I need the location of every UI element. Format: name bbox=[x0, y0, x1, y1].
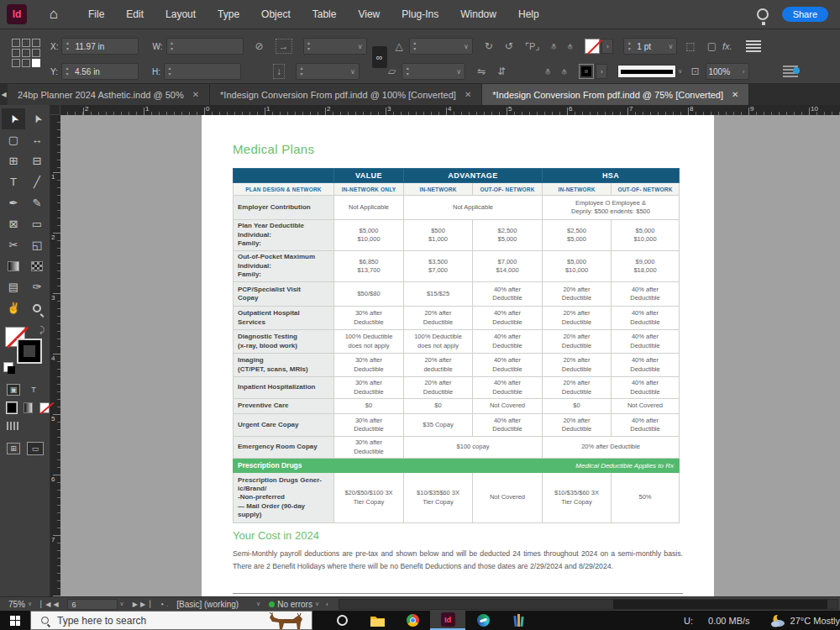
formatting-affects-container-button[interactable]: ▣ bbox=[7, 384, 20, 396]
stroke-weight-field[interactable]: ▴▾1 pt∨ bbox=[623, 38, 677, 55]
share-button[interactable]: Share bbox=[782, 7, 828, 22]
taskbar-search-box[interactable]: Type here to search bbox=[30, 611, 312, 630]
default-fill-stroke-icon[interactable] bbox=[3, 362, 13, 372]
flip-horizontal-icon[interactable]: ⇋ bbox=[477, 66, 486, 77]
quick-actions-icon[interactable] bbox=[783, 66, 798, 77]
rotate-ccw-icon[interactable]: ↺ bbox=[505, 40, 513, 52]
direct-selection-tool[interactable]: ➤ bbox=[25, 108, 49, 129]
pencil-tool[interactable]: ✎ bbox=[25, 192, 49, 213]
scale-y-field[interactable]: ▴▾∨ bbox=[296, 63, 360, 80]
start-button[interactable] bbox=[0, 611, 30, 630]
select-container-icon[interactable]: ⌜P⌟ bbox=[525, 41, 540, 52]
corner-options-icon[interactable]: ⬚ bbox=[685, 40, 695, 52]
type-tool[interactable]: T bbox=[2, 171, 25, 192]
auto-fit-h-icon[interactable]: → bbox=[276, 39, 292, 54]
preflight-icon[interactable]: ◔. bbox=[159, 600, 168, 609]
tab-close-icon[interactable]: ✕ bbox=[465, 90, 471, 99]
selection-tool[interactable]: ➤ bbox=[2, 108, 25, 129]
scissors-tool[interactable]: ✂ bbox=[2, 234, 25, 255]
previous-page-button[interactable]: ◀ bbox=[53, 601, 58, 608]
content-placer-tool[interactable]: ⊟ bbox=[25, 150, 49, 171]
auto-fit-v-icon[interactable]: ↓ bbox=[273, 64, 285, 79]
pen-tool[interactable]: ✒ bbox=[2, 192, 25, 213]
home-icon[interactable]: ⌂ bbox=[45, 6, 62, 23]
document-tab-3[interactable]: *Indesign Conversion From pdf.indd @ 75%… bbox=[482, 84, 749, 105]
line-tool[interactable]: ╱ bbox=[25, 171, 49, 192]
zoom-level-select[interactable]: 75%∨ bbox=[8, 600, 32, 609]
shear-field[interactable]: ▴▾∨ bbox=[402, 63, 465, 80]
stroke-menu-button[interactable]: › bbox=[596, 64, 607, 79]
last-page-button[interactable]: ▶▕ bbox=[140, 601, 150, 608]
preflight-profile-select[interactable]: [Basic] (working)∨ bbox=[176, 600, 260, 609]
stroke-style-select[interactable] bbox=[617, 65, 676, 78]
free-transform-tool[interactable]: ◱ bbox=[25, 234, 49, 255]
distribute-icon-3[interactable]: ⫚ bbox=[546, 67, 550, 76]
constrain-link-icon[interactable]: ⊘ bbox=[255, 40, 264, 52]
document-page[interactable]: Medical Plans VALUEADVANTAGEHSAPLAN DESI… bbox=[202, 115, 714, 596]
preview-mode-icon[interactable]: ⊞ bbox=[7, 443, 20, 454]
collapse-panel-icon[interactable]: ◀ bbox=[0, 84, 8, 105]
gap-tool[interactable]: ↔ bbox=[25, 129, 49, 150]
apply-gradient-button[interactable] bbox=[24, 402, 34, 413]
page-tool[interactable]: ▢ bbox=[2, 129, 25, 150]
fill-menu-button[interactable]: › bbox=[601, 39, 613, 54]
menu-layout[interactable]: Layout bbox=[155, 0, 207, 29]
weather-widget[interactable]: 27°C Mostly bbox=[770, 614, 840, 627]
page-number-field[interactable]: 6 bbox=[67, 599, 118, 610]
formatting-affects-text-button[interactable]: T bbox=[27, 384, 40, 396]
x-field[interactable]: ▴▾11.97 in bbox=[61, 38, 139, 55]
distribute-icon-4[interactable]: ⫛ bbox=[562, 67, 566, 76]
rotate-cw-icon[interactable]: ↻ bbox=[485, 40, 493, 52]
menu-view[interactable]: View bbox=[347, 0, 391, 29]
search-icon[interactable] bbox=[757, 8, 769, 20]
fill-swatch[interactable] bbox=[585, 39, 600, 54]
menu-table[interactable]: Table bbox=[302, 0, 348, 29]
zoom-tool[interactable] bbox=[25, 297, 49, 318]
first-page-button[interactable]: ▏◀ bbox=[40, 601, 50, 608]
ruler-origin-corner[interactable] bbox=[50, 105, 60, 115]
next-page-button[interactable]: ▶ bbox=[133, 601, 138, 608]
content-collector-tool[interactable]: ⊞ bbox=[2, 150, 25, 171]
document-tab-2[interactable]: *Indesign Conversion From pdf.indd @ 100… bbox=[210, 84, 482, 105]
scrollbar-thumb[interactable] bbox=[613, 600, 827, 609]
swap-fill-stroke-icon[interactable]: ⤸ bbox=[39, 325, 45, 335]
library-app-icon[interactable] bbox=[501, 611, 536, 630]
gradient-swatch-tool[interactable] bbox=[2, 255, 25, 276]
file-explorer-icon[interactable] bbox=[360, 611, 395, 630]
distribute-icon-1[interactable]: ⫚ bbox=[552, 42, 556, 51]
network-monitor[interactable]: U: 0.00 MB/s bbox=[684, 616, 750, 626]
y-field[interactable]: ▴▾4.56 in bbox=[61, 63, 139, 80]
w-field[interactable]: ▴▾ bbox=[166, 38, 244, 55]
apply-color-button[interactable] bbox=[7, 402, 17, 413]
scale-x-field[interactable]: ▴▾∨ bbox=[303, 38, 367, 55]
cortana-icon[interactable] bbox=[324, 611, 360, 630]
stroke-swatch[interactable] bbox=[579, 64, 594, 79]
page-select-icon[interactable]: ∨ bbox=[120, 601, 124, 607]
chrome-icon[interactable] bbox=[395, 611, 430, 630]
horizontal-scrollbar[interactable] bbox=[339, 599, 838, 610]
menu-type[interactable]: Type bbox=[207, 0, 250, 29]
h-field[interactable]: ▴▾ bbox=[164, 63, 241, 80]
indesign-taskbar-icon[interactable]: Id bbox=[430, 611, 465, 630]
opacity-field[interactable]: 100%› bbox=[706, 63, 749, 80]
vertical-ruler[interactable]: 1234567 bbox=[50, 115, 60, 596]
menu-edit[interactable]: Edit bbox=[115, 0, 155, 29]
screen-mode-button[interactable]: ▭ bbox=[27, 442, 44, 455]
pasteboard[interactable]: Medical Plans VALUEADVANTAGEHSAPLAN DESI… bbox=[60, 115, 840, 596]
apply-none-button[interactable] bbox=[39, 402, 50, 413]
hand-tool[interactable]: ✌ bbox=[2, 297, 25, 318]
preflight-status[interactable]: No errors∨ bbox=[269, 600, 319, 609]
rotation-field[interactable]: ▴▾∨ bbox=[409, 38, 473, 55]
distribute-icon-2[interactable]: ⫛ bbox=[568, 42, 572, 51]
rectangle-tool[interactable]: ▭ bbox=[25, 213, 49, 234]
tab-close-icon[interactable]: ✕ bbox=[732, 90, 738, 99]
menu-object[interactable]: Object bbox=[250, 0, 302, 29]
view-options-icon[interactable] bbox=[7, 422, 20, 430]
flip-vertical-icon[interactable]: ⇵ bbox=[497, 66, 506, 77]
menu-help[interactable]: Help bbox=[507, 0, 550, 29]
menu-plug-ins[interactable]: Plug-Ins bbox=[391, 0, 449, 29]
tab-close-icon[interactable]: ✕ bbox=[192, 90, 199, 99]
note-tool[interactable]: ▤ bbox=[2, 276, 25, 297]
paragraph-panel-icon[interactable] bbox=[746, 40, 761, 52]
rectangle-frame-tool[interactable]: ⊠ bbox=[2, 213, 25, 234]
